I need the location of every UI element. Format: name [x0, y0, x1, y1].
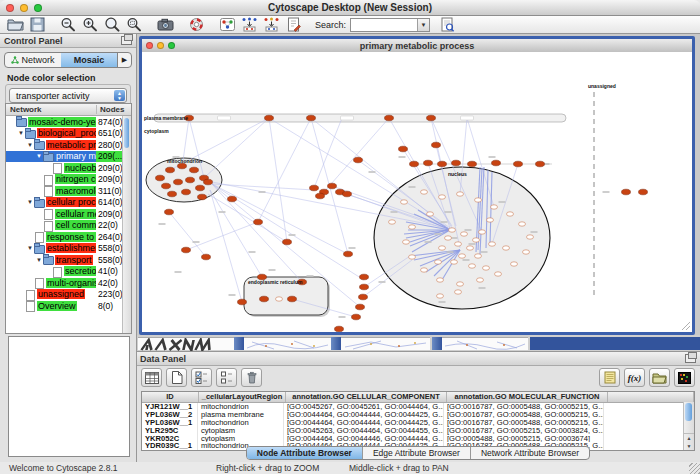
network-node[interactable]: [190, 167, 199, 173]
zoom-out-icon[interactable]: [60, 17, 77, 32]
network-node[interactable]: [356, 304, 365, 310]
network-node[interactable]: [328, 183, 337, 189]
background-frame-4-border[interactable]: [432, 337, 442, 350]
birdseye-view[interactable]: [8, 336, 130, 457]
tree-row[interactable]: unassigned223(0): [6, 289, 123, 301]
network-node[interactable]: [196, 185, 205, 191]
network-node[interactable]: [427, 115, 436, 121]
search-dropdown-arrow[interactable]: ▼: [417, 19, 429, 31]
attribute-matrix-icon[interactable]: [674, 368, 695, 387]
network-node[interactable]: [182, 247, 191, 253]
network-node-outlined[interactable]: [479, 230, 486, 234]
network-node[interactable]: [182, 189, 191, 195]
table-cell[interactable]: [GO:0044464, GO:0044446, GO:0044444, G..…: [284, 435, 444, 443]
tree-row[interactable]: ▼biological_process651(0): [6, 128, 123, 140]
network-node-outlined[interactable]: [467, 246, 474, 250]
tab-mosaic[interactable]: Mosaic: [61, 53, 117, 67]
table-column-header[interactable]: ID: [142, 392, 199, 402]
network-node[interactable]: [354, 157, 363, 163]
network-node-outlined[interactable]: [401, 200, 408, 204]
apply-layout-b-icon[interactable]: [263, 17, 280, 32]
network-node[interactable]: [424, 160, 433, 166]
network-edge[interactable]: [212, 184, 302, 282]
network-node[interactable]: [359, 294, 368, 300]
table-cell[interactable]: YKR052C: [142, 435, 198, 443]
network-edge[interactable]: [258, 118, 311, 222]
table-row[interactable]: YPL036W__1mitochondrion[GO:0044464, GO:0…: [142, 419, 694, 427]
network-node[interactable]: [399, 146, 408, 152]
table-cell[interactable]: [GO:0016787, GO:0005488, GO:0005215, G..…: [444, 403, 604, 411]
network-edge[interactable]: [210, 190, 242, 302]
combo-stepper-icon[interactable]: ▲▼: [114, 90, 125, 101]
tab-overflow-arrow[interactable]: ▶: [117, 53, 131, 67]
network-node[interactable]: [410, 161, 419, 167]
search-input[interactable]: [351, 19, 417, 31]
network-node[interactable]: [204, 179, 213, 185]
new-attribute-icon[interactable]: [166, 368, 187, 387]
background-frame-1[interactable]: [138, 337, 234, 350]
tree-row[interactable]: ▼establishment of lo558(0): [6, 243, 123, 255]
network-node-outlined[interactable]: [457, 282, 464, 286]
tree-expander-icon[interactable]: ▼: [26, 245, 34, 251]
network-node-outlined[interactable]: [527, 235, 534, 239]
tree-row[interactable]: response to stimulu264(0): [6, 231, 123, 243]
membrane-node-label-box[interactable]: [461, 116, 474, 120]
network-node-outlined[interactable]: [439, 195, 446, 199]
network-node[interactable]: [165, 209, 174, 215]
network-node[interactable]: [514, 161, 523, 167]
tree-scrollbar-thumb[interactable]: [124, 118, 129, 148]
canvas-resize-grip[interactable]: [682, 322, 690, 330]
network-node[interactable]: [432, 142, 441, 148]
function-builder-icon[interactable]: f(x): [624, 368, 645, 387]
table-cell[interactable]: [GO:0016787, GO:0005488, GO:0005215, G..…: [444, 411, 604, 419]
open-session-icon[interactable]: [7, 17, 24, 32]
tree-row[interactable]: ▼primary metabo209(...: [6, 151, 123, 163]
network-node-outlined[interactable]: [437, 294, 444, 298]
apply-layout-a-icon[interactable]: [241, 17, 258, 32]
network-node[interactable]: [335, 326, 344, 332]
import-attributes-icon[interactable]: [649, 368, 670, 387]
table-column-header[interactable]: _cellularLayoutRegion: [199, 392, 286, 402]
network-node[interactable]: [452, 160, 461, 166]
table-cell[interactable]: plasma membrane: [198, 411, 284, 419]
export-image-icon[interactable]: [157, 17, 174, 32]
tree-row[interactable]: nitrogen compo209(0): [6, 174, 123, 186]
tree-scrollbar[interactable]: [122, 116, 131, 333]
tree-row[interactable]: secretion41(0): [6, 266, 123, 278]
network-node[interactable]: [343, 191, 352, 197]
network-node[interactable]: [260, 296, 269, 302]
network-node-outlined[interactable]: [483, 266, 490, 270]
network-node[interactable]: [352, 314, 361, 320]
network-node-outlined[interactable]: [445, 236, 452, 240]
tree-column-network[interactable]: Network: [10, 105, 42, 114]
network-node-outlined[interactable]: [475, 198, 482, 202]
tree-row[interactable]: Overview8(0): [6, 300, 123, 312]
network-node[interactable]: [168, 191, 177, 197]
create-network-view-icon[interactable]: [219, 17, 236, 32]
tree-expander-icon[interactable]: ▼: [26, 142, 34, 148]
plasma-membrane-region[interactable]: [154, 114, 566, 122]
network-node-outlined[interactable]: [437, 278, 444, 282]
tree-row[interactable]: mosaic-demo-yeast874(0): [6, 116, 123, 128]
network-node[interactable]: [316, 193, 325, 199]
tab-network-attribute-browser[interactable]: Network Attribute Browser: [471, 447, 589, 459]
network-node-outlined[interactable]: [475, 254, 482, 258]
table-column-header[interactable]: annotation.GO MOLECULAR_FUNCTION: [447, 392, 608, 402]
tree-expander-icon[interactable]: ▼: [17, 130, 25, 136]
network-node-outlined[interactable]: [511, 262, 518, 266]
table-cell[interactable]: [GO:0005488, GO:0005215, GO:0003674]: [444, 435, 604, 443]
network-node-outlined[interactable]: [435, 260, 442, 264]
tree-row[interactable]: nucleobase-209(0): [6, 162, 123, 174]
table-cell[interactable]: mitochondrion: [198, 403, 284, 411]
tree-expander-icon[interactable]: ▼: [35, 257, 43, 263]
network-node-outlined[interactable]: [455, 242, 462, 246]
network-node-outlined[interactable]: [455, 290, 462, 294]
background-frame-2[interactable]: [244, 337, 331, 350]
table-cell[interactable]: YPL036W__1: [142, 419, 198, 427]
network-node-outlined[interactable]: [503, 246, 510, 250]
network-node[interactable]: [186, 177, 195, 183]
network-node-outlined[interactable]: [523, 250, 530, 254]
tree-column-nodes[interactable]: Nodes: [96, 105, 124, 114]
network-node[interactable]: [166, 167, 175, 173]
float-panel-icon[interactable]: [121, 36, 132, 45]
